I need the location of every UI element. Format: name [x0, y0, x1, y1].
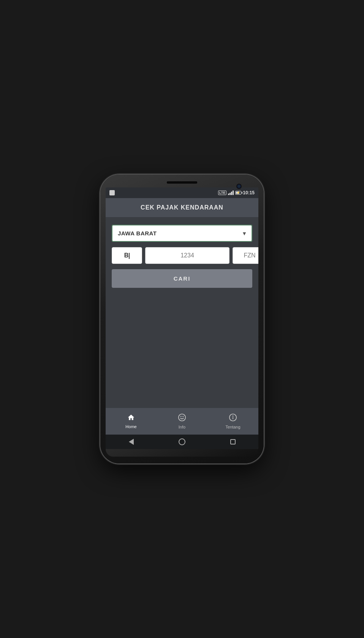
system-nav-bar — [106, 435, 258, 449]
nav-item-tentang[interactable]: Tentang — [207, 410, 258, 432]
status-right: LTE ⚡ 10:15 — [218, 190, 255, 195]
plate-prefix-field[interactable]: B — [112, 247, 142, 264]
search-button[interactable]: CARI — [112, 269, 252, 288]
status-bar: LTE ⚡ 10:15 — [106, 187, 258, 198]
phone-screen: LTE ⚡ 10:15 CEK PAJAK KENDARAAN — [106, 187, 258, 449]
nav-item-home[interactable]: Home — [106, 411, 157, 432]
province-dropdown-container[interactable]: JAWA BARAT JAWA TENGAH JAWA TIMUR DKI JA… — [112, 225, 252, 242]
plate-prefix-value: B — [124, 252, 129, 259]
bottom-navigation: Home Info — [106, 408, 258, 435]
nav-label-home: Home — [125, 424, 136, 429]
back-icon — [129, 439, 134, 445]
phone-device: LTE ⚡ 10:15 CEK PAJAK KENDARAAN — [100, 175, 264, 463]
smiley-icon — [178, 413, 186, 424]
home-icon — [127, 414, 135, 423]
lte-badge: LTE — [218, 190, 226, 195]
phone-bottom — [106, 449, 258, 457]
app-content: JAWA BARAT JAWA TENGAH JAWA TIMUR DKI JA… — [106, 217, 258, 408]
signal-icon — [228, 190, 234, 195]
speaker-grill — [167, 181, 197, 184]
info-circle-icon — [229, 413, 237, 424]
app-header: CEK PAJAK KENDARAAN — [106, 198, 258, 217]
nav-label-tentang: Tentang — [225, 425, 240, 429]
nav-label-info: Info — [179, 425, 185, 429]
home-nav-icon — [179, 438, 185, 445]
charging-icon: ⚡ — [237, 191, 240, 194]
province-dropdown[interactable]: JAWA BARAT JAWA TENGAH JAWA TIMUR DKI JA… — [112, 225, 252, 242]
plate-number-input[interactable] — [145, 247, 229, 264]
status-left — [109, 190, 115, 195]
svg-point-0 — [179, 414, 185, 421]
content-empty-space — [112, 293, 252, 400]
recents-button[interactable] — [227, 436, 239, 448]
front-camera — [237, 184, 241, 188]
battery-icon: ⚡ — [235, 191, 241, 195]
recents-icon — [230, 439, 236, 444]
plate-input-row: B — [112, 247, 252, 264]
nav-item-info[interactable]: Info — [157, 410, 207, 432]
plate-suffix-input[interactable] — [233, 247, 258, 264]
back-button[interactable] — [125, 436, 137, 448]
time-display: 10:15 — [243, 190, 255, 195]
home-nav-button[interactable] — [176, 436, 188, 448]
page-title: CEK PAJAK KENDARAAN — [141, 204, 223, 211]
cursor-blink — [129, 253, 130, 259]
android-icon — [109, 190, 115, 195]
